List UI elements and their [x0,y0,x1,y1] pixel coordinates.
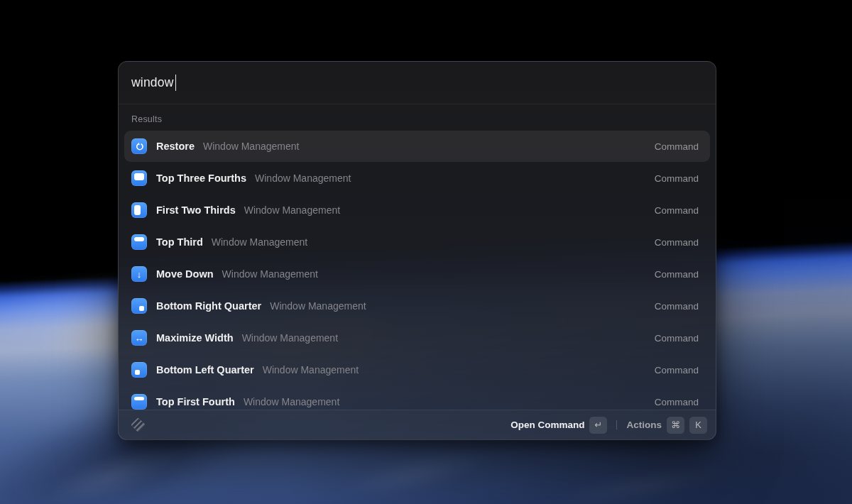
actions-button[interactable]: Actions [626,420,662,430]
result-row[interactable]: Bottom Right Quarter Window Management C… [124,290,710,322]
results-list[interactable]: Restore Window Management Command Top Th… [119,131,716,410]
return-key-icon: ↵ [589,417,607,434]
result-row[interactable]: Top Three Fourths Window Management Comm… [124,163,710,194]
footer-divider [616,420,617,429]
k-key-icon: K [689,417,707,434]
launcher-window: window Results Restore Window Management… [118,61,716,440]
search-query-text: window [131,75,174,90]
result-title: Top Third [156,236,203,248]
first-two-thirds-icon [131,202,147,218]
top-three-fourths-icon [131,170,147,186]
move-down-icon: ↓ [131,266,147,282]
result-row[interactable]: Restore Window Management Command [124,131,710,162]
result-subtitle: Window Management [244,204,340,216]
result-row[interactable]: ↓Move Down Window Management Command [124,258,710,290]
result-subtitle: Window Management [222,268,318,280]
result-title: Top Three Fourths [156,172,246,184]
result-title: Bottom Right Quarter [156,300,261,312]
result-subtitle: Window Management [242,332,338,344]
result-subtitle: Window Management [263,364,359,376]
result-subtitle: Window Management [203,141,299,152]
result-type-badge: Command [655,333,703,344]
result-row[interactable]: ↔Maximize Width Window Management Comman… [124,322,710,354]
result-type-badge: Command [655,397,703,407]
result-title: Bottom Left Quarter [156,364,254,376]
search-input[interactable]: window [119,62,716,104]
result-row[interactable]: Top First Fourth Window Management Comma… [124,386,710,410]
result-subtitle: Window Management [255,172,351,184]
command-key-icon: ⌘ [667,417,684,434]
top-third-icon [131,234,147,250]
result-type-badge: Command [655,173,703,184]
result-subtitle: Window Management [244,396,339,407]
result-row[interactable]: Bottom Left Quarter Window Management Co… [124,354,710,385]
result-title: Restore [156,141,195,152]
launcher-footer: Open Command ↵ Actions ⌘ K [119,410,716,439]
result-row[interactable]: Top Third Window Management Command [124,226,710,258]
result-type-badge: Command [655,141,703,152]
open-command-button[interactable]: Open Command [510,420,584,430]
restore-icon [131,138,147,154]
result-title: Move Down [156,268,214,280]
text-cursor [175,75,177,91]
result-type-badge: Command [655,205,703,216]
window-management-extension-icon [131,417,146,432]
result-subtitle: Window Management [270,300,366,312]
result-title: Maximize Width [156,332,234,344]
result-type-badge: Command [655,301,703,312]
result-row[interactable]: First Two Thirds Window Management Comma… [124,195,710,226]
result-subtitle: Window Management [212,236,307,248]
results-section-header: Results [119,104,716,131]
result-title: First Two Thirds [156,204,236,216]
bottom-right-quarter-icon [131,298,147,314]
result-type-badge: Command [655,237,703,248]
bottom-left-quarter-icon [131,362,147,378]
result-type-badge: Command [655,269,703,280]
top-first-fourth-icon [131,394,147,410]
result-title: Top First Fourth [156,396,235,407]
result-type-badge: Command [655,365,703,376]
maximize-width-icon: ↔ [131,330,147,346]
